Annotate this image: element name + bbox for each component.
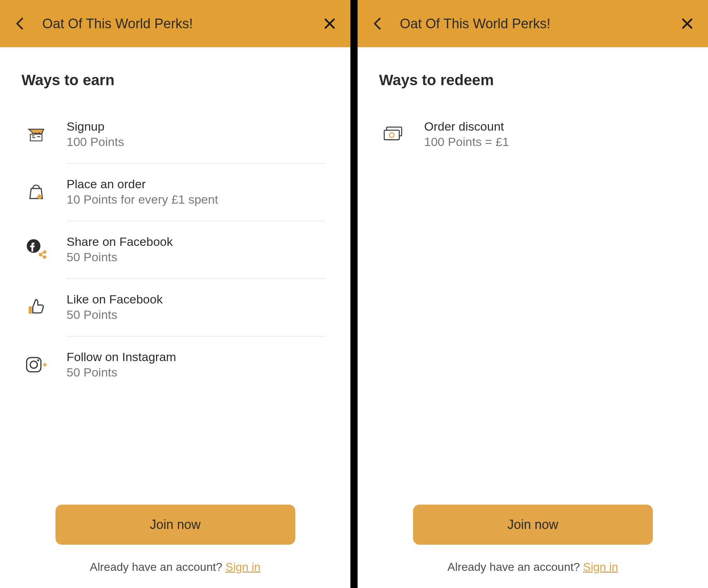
panel-ways-to-redeem: Oat Of This World Perks! Ways to redeem … [358, 0, 708, 588]
footer: Join now Already have an account? Sign i… [358, 490, 708, 588]
divider [67, 278, 325, 279]
item-title: Place an order [67, 177, 218, 191]
sign-in-link[interactable]: Sign in [226, 560, 261, 573]
list-item[interactable]: Follow on Instagram 50 Points [25, 344, 325, 387]
cash-icon [383, 123, 405, 145]
item-subtitle: 50 Points [67, 365, 176, 379]
sign-in-link[interactable]: Sign in [583, 560, 618, 573]
svg-rect-10 [384, 130, 399, 140]
item-text: Like on Facebook 50 Points [67, 292, 163, 322]
thumbs-up-icon [25, 296, 47, 318]
svg-rect-5 [29, 306, 32, 314]
item-title: Follow on Instagram [67, 350, 176, 364]
content: Ways to redeem Order discount 100 Points… [358, 47, 708, 490]
content: Ways to earn Signup 100 Points Place an … [0, 47, 350, 490]
join-now-button[interactable]: Join now [413, 505, 653, 545]
divider [67, 163, 325, 164]
close-icon [681, 18, 693, 30]
back-button[interactable] [372, 18, 383, 29]
item-text: Place an order 10 Points for every £1 sp… [67, 177, 218, 206]
chevron-left-icon [373, 17, 381, 30]
join-now-button[interactable]: Join now [55, 505, 295, 545]
account-prompt: Already have an account? Sign in [447, 560, 618, 574]
divider [67, 221, 325, 221]
divider [67, 336, 325, 336]
account-text: Already have an account? [90, 560, 226, 573]
list-item[interactable]: Signup 100 Points [25, 113, 325, 156]
panel-ways-to-earn: Oat Of This World Perks! Ways to earn Si… [0, 0, 350, 588]
list-item[interactable]: Place an order 10 Points for every £1 sp… [25, 171, 325, 214]
store-icon [25, 123, 47, 145]
earn-list: Signup 100 Points Place an order 10 Poin… [21, 113, 329, 387]
header-title: Oat Of This World Perks! [400, 16, 551, 31]
svg-point-7 [30, 361, 37, 368]
close-icon [324, 18, 336, 30]
close-button[interactable] [323, 17, 336, 30]
svg-point-4 [43, 256, 47, 259]
close-button[interactable] [681, 17, 694, 30]
svg-point-3 [43, 250, 47, 254]
item-title: Like on Facebook [67, 292, 163, 306]
item-subtitle: 100 Points = £1 [424, 135, 509, 149]
item-title: Signup [67, 120, 124, 133]
account-prompt: Already have an account? Sign in [90, 560, 261, 574]
item-text: Follow on Instagram 50 Points [67, 350, 176, 379]
item-subtitle: 50 Points [67, 250, 173, 264]
list-item[interactable]: Share on Facebook 50 Points [25, 228, 325, 271]
footer: Join now Already have an account? Sign i… [0, 490, 350, 588]
item-subtitle: 100 Points [67, 135, 124, 149]
item-title: Share on Facebook [67, 235, 173, 249]
redeem-list: Order discount 100 Points = £1 [379, 113, 687, 156]
shopping-bag-icon [25, 181, 47, 203]
item-title: Order discount [424, 120, 509, 133]
item-text: Signup 100 Points [67, 120, 124, 149]
header: Oat Of This World Perks! [358, 0, 708, 47]
header-title: Oat Of This World Perks! [42, 16, 193, 31]
instagram-icon [25, 354, 47, 376]
back-button[interactable] [14, 18, 25, 29]
item-text: Order discount 100 Points = £1 [424, 120, 509, 149]
section-title: Ways to redeem [379, 72, 687, 89]
chevron-left-icon [16, 17, 24, 30]
item-subtitle: 50 Points [67, 308, 163, 322]
list-item[interactable]: Order discount 100 Points = £1 [383, 113, 683, 156]
svg-point-8 [37, 359, 39, 361]
account-text: Already have an account? [447, 560, 583, 573]
facebook-share-icon [25, 238, 47, 261]
item-text: Share on Facebook 50 Points [67, 235, 173, 264]
list-item[interactable]: Like on Facebook 50 Points [25, 286, 325, 329]
section-title: Ways to earn [21, 72, 329, 89]
item-subtitle: 10 Points for every £1 spent [67, 193, 218, 206]
header: Oat Of This World Perks! [0, 0, 350, 47]
